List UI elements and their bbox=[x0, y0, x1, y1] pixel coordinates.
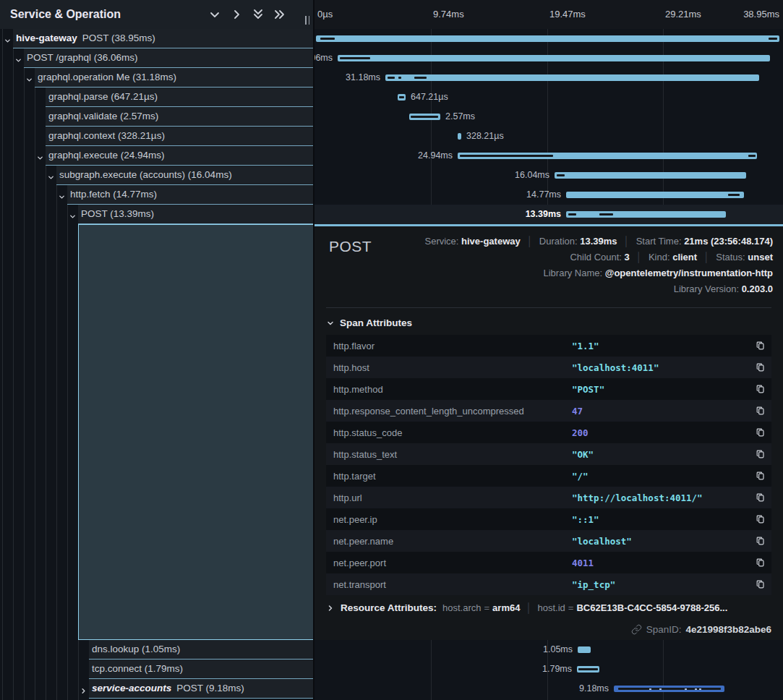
span-row[interactable]: POST /graphql (36.06ms)36.06ms bbox=[0, 48, 783, 68]
span-row[interactable]: graphql.validate (2.57ms)2.57ms bbox=[0, 107, 783, 127]
span-duration-bar[interactable] bbox=[316, 35, 779, 42]
copy-icon[interactable] bbox=[750, 400, 771, 422]
span-tree-cell[interactable]: subgraph.execute (accounts) (16.04ms) bbox=[56, 166, 313, 185]
expand-all-icon[interactable] bbox=[272, 7, 288, 22]
span-timeline-cell[interactable]: 36.06ms bbox=[315, 48, 783, 68]
span-duration-bar[interactable] bbox=[555, 172, 746, 179]
attribute-key: net.peer.ip bbox=[326, 514, 572, 525]
chevron-down-icon[interactable] bbox=[25, 74, 33, 82]
attribute-row: http.status_text"OK" bbox=[326, 443, 771, 465]
span-tree-cell[interactable]: http.fetch (14.77ms) bbox=[67, 185, 313, 205]
span-timeline-cell[interactable]: 1.79ms bbox=[315, 660, 783, 679]
detail-meta-line: Service: hive-gateway│Duration: 13.39ms│… bbox=[424, 234, 773, 249]
copy-icon[interactable] bbox=[750, 465, 771, 487]
span-row[interactable]: graphql.operation Me (31.18ms)31.18ms bbox=[0, 68, 783, 88]
span-tree-cell[interactable]: graphql.operation Me (31.18ms) bbox=[35, 68, 313, 88]
span-row[interactable]: graphql.execute (24.94ms)24.94ms bbox=[0, 146, 783, 166]
expand-one-icon[interactable] bbox=[228, 7, 244, 22]
copy-icon[interactable] bbox=[750, 378, 771, 400]
span-timeline-cell[interactable]: 24.94ms bbox=[315, 146, 783, 166]
child-span-mark bbox=[599, 213, 613, 215]
span-attributes-toggle[interactable]: Span Attributes bbox=[326, 317, 412, 328]
copy-icon[interactable] bbox=[750, 530, 771, 552]
span-timeline-cell[interactable]: 647.21µs bbox=[315, 88, 783, 107]
collapse-all-icon[interactable] bbox=[250, 7, 266, 22]
child-span-mark bbox=[320, 38, 335, 40]
span-row[interactable]: dns.lookup (1.05ms)1.05ms bbox=[0, 640, 783, 660]
copy-icon[interactable] bbox=[750, 573, 771, 595]
chevron-down-icon[interactable] bbox=[47, 171, 55, 179]
span-row[interactable]: graphql.parse (647.21µs)647.21µs bbox=[0, 88, 783, 107]
span-operation-label: subgraph.execute (accounts) (16.04ms) bbox=[56, 166, 313, 184]
span-operation-label: tcp.connect (1.79ms) bbox=[89, 660, 313, 678]
attribute-value: "OK" bbox=[572, 449, 750, 460]
span-timeline-cell[interactable]: 13.39ms bbox=[315, 205, 783, 224]
span-duration-bar[interactable] bbox=[338, 55, 770, 61]
child-span-mark bbox=[578, 668, 598, 670]
pane-divider[interactable] bbox=[313, 0, 315, 700]
span-timeline-cell[interactable]: 16.04ms bbox=[315, 166, 783, 185]
span-duration-bar[interactable] bbox=[578, 646, 591, 653]
span-duration-bar[interactable] bbox=[385, 74, 759, 81]
span-row[interactable]: POST (13.39ms)13.39ms bbox=[0, 205, 783, 224]
span-tree-cell[interactable]: graphql.execute (24.94ms) bbox=[46, 146, 313, 166]
span-operation-label: graphql.execute (24.94ms) bbox=[46, 146, 313, 165]
meta-value: 13.39ms bbox=[580, 236, 617, 247]
span-id-label: SpanID: bbox=[646, 624, 682, 635]
chevron-down-icon[interactable] bbox=[14, 54, 22, 62]
resource-value: arm64 bbox=[492, 602, 520, 613]
span-tree-cell[interactable]: hive-gatewayPOST (38.95ms) bbox=[13, 29, 313, 48]
chevron-down-icon[interactable] bbox=[69, 210, 77, 218]
span-timeline-cell[interactable]: 31.18ms bbox=[315, 68, 783, 88]
span-duration-bar[interactable] bbox=[566, 211, 726, 218]
copy-icon[interactable] bbox=[750, 357, 771, 378]
span-tree-cell[interactable]: graphql.context (328.21µs) bbox=[46, 127, 313, 146]
span-tree-cell[interactable]: POST /graphql (36.06ms) bbox=[24, 48, 313, 68]
copy-icon[interactable] bbox=[750, 487, 771, 508]
copy-icon[interactable] bbox=[750, 335, 771, 357]
span-row[interactable]: hive-gatewayPOST (38.95ms) bbox=[0, 29, 783, 48]
span-tree-cell[interactable]: POST (13.39ms) bbox=[78, 205, 313, 224]
span-duration-bar[interactable] bbox=[566, 192, 744, 198]
span-timeline-cell[interactable]: 9.18ms bbox=[315, 679, 783, 699]
chevron-down-icon[interactable] bbox=[58, 191, 66, 199]
resource-separator: │ bbox=[526, 602, 531, 613]
resource-equals: = bbox=[484, 602, 490, 613]
span-row[interactable]: service-accountsPOST (9.18ms)9.18ms bbox=[0, 679, 783, 699]
meta-label: Kind: bbox=[649, 252, 672, 262]
span-operation-label: hive-gatewayPOST (38.95ms) bbox=[13, 29, 313, 48]
span-row[interactable]: tcp.connect (1.79ms)1.79ms bbox=[0, 660, 783, 679]
collapse-one-icon[interactable] bbox=[207, 7, 223, 22]
span-operation-label: graphql.validate (2.57ms) bbox=[46, 107, 313, 126]
span-row[interactable]: graphql.context (328.21µs)328.21µs bbox=[0, 127, 783, 146]
span-timeline-cell[interactable]: 14.77ms bbox=[315, 185, 783, 205]
span-row[interactable]: subgraph.execute (accounts) (16.04ms)16.… bbox=[0, 166, 783, 185]
chevron-down-icon[interactable] bbox=[4, 35, 12, 43]
span-duration-bar[interactable] bbox=[458, 133, 461, 140]
pane-resizer-handle[interactable] bbox=[305, 16, 309, 25]
span-timeline-cell[interactable]: 2.57ms bbox=[315, 107, 783, 127]
chevron-right-icon[interactable] bbox=[80, 685, 87, 693]
copy-icon[interactable] bbox=[750, 422, 771, 443]
chevron-down-icon[interactable] bbox=[36, 152, 44, 160]
span-timeline-cell[interactable]: 328.21µs bbox=[315, 127, 783, 146]
child-span-mark bbox=[414, 77, 427, 79]
detail-meta-line: Library Version: 0.203.0 bbox=[424, 281, 773, 297]
span-timeline-cell[interactable]: 1.05ms bbox=[315, 640, 783, 660]
attribute-value: "/" bbox=[572, 471, 750, 482]
span-tree-cell[interactable]: graphql.parse (647.21µs) bbox=[46, 88, 313, 107]
span-timeline-cell[interactable] bbox=[315, 29, 783, 48]
copy-icon[interactable] bbox=[750, 552, 771, 573]
resource-attributes-toggle[interactable]: Resource Attributes: host.arch=arm64│hos… bbox=[326, 602, 727, 613]
meta-label: Duration: bbox=[539, 236, 580, 247]
link-icon[interactable] bbox=[631, 624, 642, 635]
span-name-duration: http.fetch (14.77ms) bbox=[70, 189, 157, 200]
span-tree-cell[interactable]: dns.lookup (1.05ms) bbox=[89, 640, 313, 660]
span-name-duration: graphql.context (328.21µs) bbox=[48, 130, 165, 141]
span-row[interactable]: http.fetch (14.77ms)14.77ms bbox=[0, 185, 783, 205]
copy-icon[interactable] bbox=[750, 443, 771, 465]
copy-icon[interactable] bbox=[750, 508, 771, 530]
span-tree-cell[interactable]: graphql.validate (2.57ms) bbox=[46, 107, 313, 127]
span-tree-cell[interactable]: tcp.connect (1.79ms) bbox=[89, 660, 313, 679]
span-tree-cell[interactable]: service-accountsPOST (9.18ms) bbox=[89, 679, 313, 699]
